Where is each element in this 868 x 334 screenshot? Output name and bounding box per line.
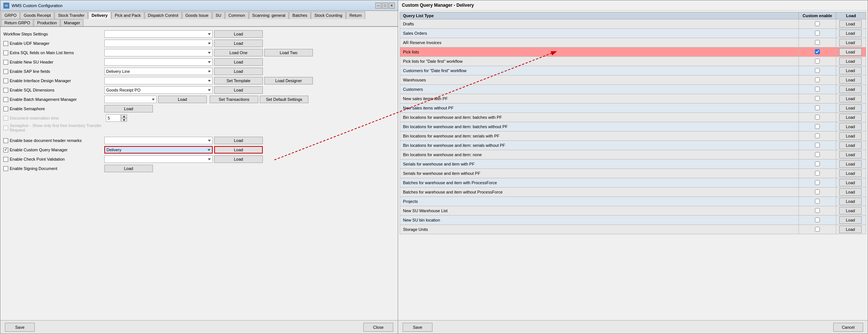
set-default-settings-button[interactable]: Set Default Settings [260,96,308,103]
row-load-button[interactable]: Load [839,114,862,121]
tab-scanning-general[interactable]: Scanning: general [249,12,289,19]
extra-sql-dropdown[interactable] [104,49,213,56]
row-checkbox[interactable] [815,77,820,82]
right-save-button[interactable]: Save [403,323,433,332]
row-load-button[interactable]: Load [839,58,862,65]
base-doc-checkbox[interactable] [3,138,8,143]
row-load-button[interactable]: Load [839,179,862,186]
row-checkbox[interactable] [815,105,820,110]
minimize-button[interactable]: ─ [375,3,381,9]
tab-return-grpo[interactable]: Return GRPO [1,19,33,26]
workflow-steps-load-button[interactable]: Load [214,30,263,38]
interface-design-checkbox[interactable] [3,78,8,83]
tab-pick-and-pack[interactable]: Pick and Pack [111,12,144,19]
custom-query-checkbox[interactable] [3,148,8,152]
row-load-button[interactable]: Load [839,226,862,233]
row-checkbox[interactable] [815,208,820,213]
row-load-button[interactable]: Load [839,216,862,224]
close-window-button[interactable]: ✕ [389,3,395,9]
row-load-button[interactable]: Load [839,151,862,158]
row-checkbox[interactable] [815,49,820,54]
sql-dimensions-checkbox[interactable] [3,88,8,93]
sap-line-checkbox[interactable] [3,69,8,74]
interface-design-dropdown[interactable] [104,77,213,84]
row-load-button[interactable]: Load [839,188,862,196]
extra-sql-load-two-button[interactable]: Load Two [264,49,313,56]
tab-return[interactable]: Return [346,12,365,19]
custom-query-dropdown[interactable]: Delivery [104,146,213,154]
row-checkbox[interactable] [815,199,820,204]
udf-manager-checkbox[interactable] [3,41,8,46]
row-load-button[interactable]: Load [839,20,862,28]
row-load-button[interactable]: Load [839,104,862,112]
tab-production[interactable]: Production [34,19,60,26]
row-load-button[interactable]: Load [839,30,862,37]
base-doc-load-button[interactable]: Load [214,137,263,144]
tab-stock-transfer[interactable]: Stock Transfer [55,12,88,19]
row-load-button[interactable]: Load [839,67,862,74]
batch-management-checkbox[interactable] [3,97,8,102]
reservation-time-input[interactable] [106,114,121,122]
semaphore-checkbox[interactable] [3,106,8,111]
tab-goods-issue[interactable]: Goods Issue [182,12,212,19]
udf-manager-load-button[interactable]: Load [214,40,263,47]
base-doc-dropdown[interactable] [104,137,213,144]
set-transactions-button[interactable]: Set Transactions [210,96,258,103]
new-su-header-dropdown[interactable] [104,58,213,66]
sap-line-dropdown[interactable]: Delivery Line [104,68,213,75]
batch-management-dropdown[interactable] [104,96,157,103]
load-designer-button[interactable]: Load Designer [264,77,313,84]
row-checkbox[interactable] [815,133,820,138]
tab-grpo[interactable]: GRPO [1,12,20,19]
row-load-button[interactable]: Load [839,86,862,93]
row-load-button[interactable]: Load [839,170,862,177]
row-checkbox[interactable] [815,217,820,222]
tab-manager[interactable]: Manager [61,19,83,26]
signing-doc-load-button[interactable]: Load [104,165,153,172]
custom-query-load-button[interactable]: Load [214,146,263,154]
row-checkbox[interactable] [815,96,820,101]
row-checkbox[interactable] [815,115,820,120]
check-point-load-button[interactable]: Load [214,155,263,163]
new-su-header-checkbox[interactable] [3,60,8,65]
row-load-button[interactable]: Load [839,207,862,214]
semaphore-load-button[interactable]: Load [104,105,153,112]
sql-dimensions-load-button[interactable]: Load [214,86,263,94]
tab-stock-counting[interactable]: Stock Counting [311,12,346,19]
row-checkbox[interactable] [815,40,820,45]
save-button[interactable]: Save [5,323,35,332]
row-checkbox[interactable] [815,180,820,185]
row-load-button[interactable]: Load [839,39,862,46]
spinner-down-button[interactable]: ▼ [121,118,127,122]
row-checkbox[interactable] [815,189,820,194]
check-point-dropdown[interactable] [104,155,213,163]
maximize-button[interactable]: □ [382,3,388,9]
tab-goods-receipt[interactable]: Goods Receipt [20,12,54,19]
new-su-header-load-button[interactable]: Load [214,58,263,66]
row-checkbox[interactable] [815,143,820,148]
row-checkbox[interactable] [815,21,820,26]
batch-management-load-button[interactable]: Load [158,96,207,103]
tab-common[interactable]: Common [225,12,249,19]
row-checkbox[interactable] [815,152,820,157]
sap-line-load-button[interactable]: Load [214,68,263,75]
tab-dispatch-control[interactable]: Dispatch Control [145,12,182,19]
row-checkbox[interactable] [815,68,820,73]
row-checkbox[interactable] [815,124,820,129]
row-checkbox[interactable] [815,227,820,232]
row-load-button[interactable]: Load [839,198,862,205]
row-load-button[interactable]: Load [839,48,862,56]
tab-su[interactable]: SU [212,12,225,19]
row-checkbox[interactable] [815,171,820,176]
row-load-button[interactable]: Load [839,160,862,168]
row-checkbox[interactable] [815,59,820,64]
spinner-up-button[interactable]: ▲ [121,114,127,118]
row-checkbox[interactable] [815,87,820,92]
workflow-steps-dropdown[interactable] [104,30,213,38]
row-load-button[interactable]: Load [839,123,862,130]
udf-manager-dropdown[interactable] [104,40,213,47]
check-point-checkbox[interactable] [3,157,8,162]
close-button[interactable]: Close [363,323,393,332]
row-load-button[interactable]: Load [839,142,862,149]
tab-delivery[interactable]: Delivery [88,12,111,19]
